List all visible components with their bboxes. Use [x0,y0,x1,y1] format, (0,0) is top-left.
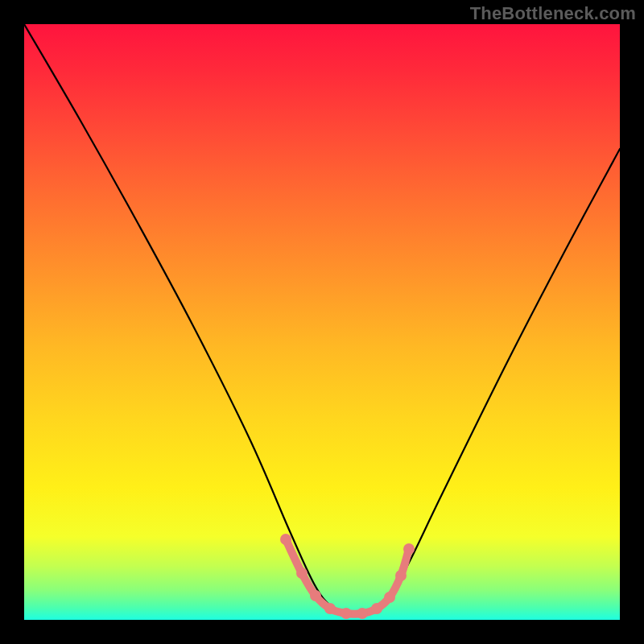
marker-dot [384,592,395,603]
marker-dot [296,568,308,579]
marker-dot [371,603,382,614]
flat-region-markers [280,534,415,619]
chart-frame: TheBottleneck.com [0,0,644,644]
marker-dot [395,570,407,581]
marker-dot [403,543,415,555]
marker-dot [341,608,352,619]
watermark-label: TheBottleneck.com [470,3,636,24]
marker-dot [324,603,336,614]
marker-dot [357,608,368,619]
marker-dot [310,590,321,601]
curve-layer [24,24,620,620]
plot-area [24,24,620,620]
marker-dot [280,534,291,545]
bottleneck-curve [24,24,620,614]
